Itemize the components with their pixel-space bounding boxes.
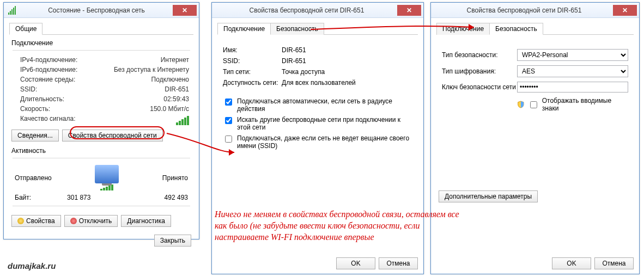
speed-label: Скорость:: [20, 105, 50, 113]
bytes-label: Байт:: [15, 194, 31, 201]
diagnostics-button[interactable]: Диагностика: [121, 215, 171, 227]
tab-security[interactable]: Безопасность: [489, 23, 543, 35]
highlight-wifi-props: [70, 126, 165, 139]
ssid-value: DIR-651: [165, 85, 189, 93]
ipv4-label: IPv4-подключение:: [20, 56, 77, 64]
ipv4-value: Интернет: [161, 56, 189, 64]
search-other-label: Искать другие беспроводные сети при подк…: [237, 116, 412, 131]
avail-label: Доступность сети:: [223, 79, 282, 87]
tab-general[interactable]: Общие: [9, 23, 42, 35]
quality-label: Качество сигнала:: [20, 115, 75, 125]
cancel-button[interactable]: Отмена: [379, 257, 418, 269]
ipv6-label: IPv6-подключение:: [20, 66, 77, 73]
ssid-label: SSID:: [20, 85, 37, 93]
bytes-sent: 301 873: [67, 194, 90, 201]
ssid-label: SSID:: [223, 57, 282, 65]
connect-hidden-label: Подключаться, даже если сеть не ведет ве…: [237, 134, 412, 150]
tab-connection[interactable]: Подключение: [436, 23, 490, 35]
avail-value: Для всех пользователей: [282, 79, 356, 87]
close-button[interactable]: Закрыть: [154, 235, 191, 247]
ok-button[interactable]: OK: [552, 257, 591, 269]
close-icon[interactable]: ✕: [397, 5, 421, 16]
sent-label: Отправлено: [15, 174, 52, 182]
disable-button[interactable]: Отключить: [64, 215, 118, 227]
media-label: Состояние среды:: [20, 76, 75, 83]
connection-group-label: Подключение: [11, 39, 193, 47]
details-button[interactable]: Сведения...: [11, 130, 59, 141]
connect-hidden-checkbox[interactable]: [225, 136, 232, 143]
tabstrip: Общие: [9, 22, 193, 35]
ipv6-value: Без доступа к Интернету: [114, 66, 189, 73]
tabstrip: Подключение Безопасность: [217, 22, 418, 35]
key-label: Ключ безопасности сети: [442, 83, 517, 91]
auto-connect-checkbox[interactable]: [225, 99, 232, 106]
security-key-input[interactable]: [517, 82, 628, 93]
activity-group-label: Активность: [11, 147, 193, 155]
security-type-select[interactable]: WPA2-Personal: [517, 49, 628, 61]
nettype-label: Тип сети:: [223, 68, 282, 76]
close-icon[interactable]: ✕: [613, 5, 637, 16]
tab-connection[interactable]: Подключение: [217, 23, 271, 35]
show-chars-label: Отображать вводимые знаки: [542, 97, 628, 112]
close-icon[interactable]: ✕: [173, 5, 197, 16]
status-window: Состояние - Беспроводная сеть ✕ Общие По…: [3, 2, 199, 239]
name-value: DIR-651: [282, 46, 306, 54]
annotation-text: Ничего не меняем в свойствах беспроводно…: [215, 209, 465, 243]
wifi-signal-icon: [8, 6, 17, 15]
ssid-value: DIR-651: [282, 57, 306, 65]
received-label: Принято: [162, 174, 188, 182]
auto-connect-label: Подключаться автоматически, если сеть в …: [237, 97, 412, 113]
duration-value: 02:59:43: [163, 95, 189, 103]
duration-label: Длительность:: [20, 95, 64, 103]
nettype-value: Точка доступа: [282, 68, 325, 76]
window-title: Состояние - Беспроводная сеть: [20, 7, 173, 14]
enc-label: Тип шифрования:: [442, 67, 517, 75]
ok-button[interactable]: OK: [336, 257, 375, 269]
titlebar: Свойства беспроводной сети DIR-651 ✕: [212, 3, 423, 18]
tabstrip: Подключение Безопасность: [436, 22, 634, 35]
properties-button[interactable]: Свойства: [11, 215, 61, 227]
disable-icon: [70, 218, 77, 224]
name-label: Имя:: [223, 46, 282, 54]
window-title: Свойства беспроводной сети DIR-651: [435, 7, 613, 14]
window-title: Свойства беспроводной сети DIR-651: [216, 7, 397, 14]
cancel-button[interactable]: Отмена: [594, 257, 634, 269]
show-chars-checkbox[interactable]: [530, 101, 537, 108]
search-other-checkbox[interactable]: [225, 117, 232, 124]
gear-icon: [17, 218, 24, 224]
tab-security[interactable]: Безопасность: [270, 23, 324, 35]
signal-bars-icon: [176, 115, 189, 125]
titlebar: Состояние - Беспроводная сеть ✕: [4, 3, 199, 18]
shield-icon: [517, 101, 525, 108]
sectype-label: Тип безопасности:: [442, 51, 517, 59]
monitor-icon: [95, 165, 119, 183]
speed-value: 150.0 Мбит/с: [150, 105, 189, 113]
advanced-button[interactable]: Дополнительные параметры: [439, 190, 538, 202]
titlebar: Свойства беспроводной сети DIR-651 ✕: [431, 3, 639, 18]
watermark: dumajkak.ru: [8, 261, 56, 270]
media-value: Подключено: [151, 76, 189, 83]
encryption-select[interactable]: AES: [517, 65, 628, 77]
bytes-received: 492 493: [165, 194, 188, 201]
